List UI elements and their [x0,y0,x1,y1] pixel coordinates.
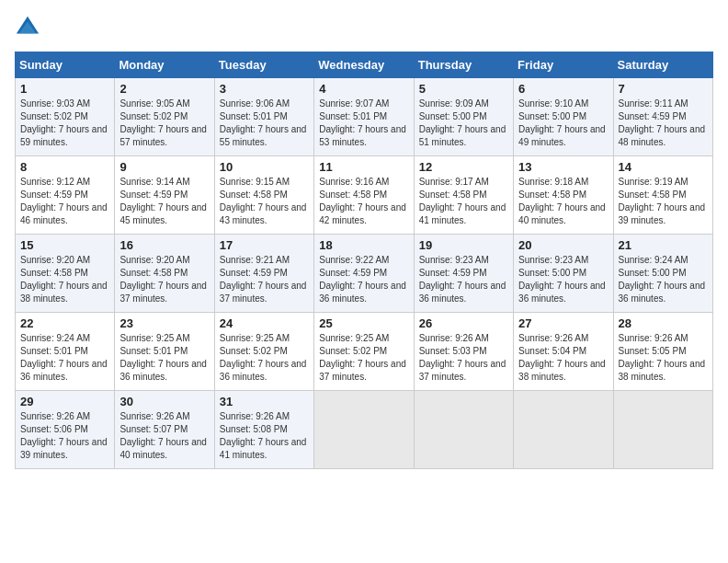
calendar-cell: 20 Sunrise: 9:23 AMSunset: 5:00 PMDaylig… [514,235,613,313]
day-number: 4 [319,82,408,96]
day-number: 11 [319,160,408,174]
day-number: 10 [220,160,309,174]
calendar-cell: 19 Sunrise: 9:23 AMSunset: 4:59 PMDaylig… [414,235,513,313]
calendar-cell: 10 Sunrise: 9:15 AMSunset: 4:58 PMDaylig… [214,156,313,235]
day-number: 22 [20,316,109,330]
header-saturday: Saturday [613,52,712,78]
day-number: 31 [220,395,309,408]
calendar-header-row: SundayMondayTuesdayWednesdayThursdayFrid… [16,52,713,78]
cell-details: Sunrise: 9:26 AMSunset: 5:08 PMDaylight:… [220,411,307,460]
calendar-week-2: 8 Sunrise: 9:12 AMSunset: 4:59 PMDayligh… [16,156,713,235]
calendar-cell: 14 Sunrise: 9:19 AMSunset: 4:58 PMDaylig… [613,156,712,235]
calendar-cell: 30 Sunrise: 9:26 AMSunset: 5:07 PMDaylig… [115,391,214,469]
calendar-cell: 31 Sunrise: 9:26 AMSunset: 5:08 PMDaylig… [214,391,313,469]
day-number: 26 [419,316,508,330]
cell-details: Sunrise: 9:25 AMSunset: 5:01 PMDaylight:… [119,333,207,382]
logo-icon [15,15,40,40]
cell-details: Sunrise: 9:23 AMSunset: 4:59 PMDaylight:… [419,255,506,304]
page-header [15,15,713,40]
cell-details: Sunrise: 9:20 AMSunset: 4:58 PMDaylight:… [20,255,108,304]
calendar-cell: 24 Sunrise: 9:25 AMSunset: 5:02 PMDaylig… [214,313,313,391]
calendar-cell: 5 Sunrise: 9:09 AMSunset: 5:00 PMDayligh… [414,78,513,156]
cell-details: Sunrise: 9:23 AMSunset: 5:00 PMDaylight:… [518,255,606,304]
calendar-cell: 26 Sunrise: 9:26 AMSunset: 5:03 PMDaylig… [414,313,513,391]
cell-details: Sunrise: 9:11 AMSunset: 4:59 PMDaylight:… [619,98,706,147]
calendar-cell: 29 Sunrise: 9:26 AMSunset: 5:06 PMDaylig… [16,391,115,469]
cell-details: Sunrise: 9:24 AMSunset: 5:00 PMDaylight:… [619,255,706,304]
day-number: 25 [319,316,408,330]
calendar-cell: 22 Sunrise: 9:24 AMSunset: 5:01 PMDaylig… [16,313,115,391]
cell-details: Sunrise: 9:25 AMSunset: 5:02 PMDaylight:… [220,333,307,382]
cell-details: Sunrise: 9:26 AMSunset: 5:05 PMDaylight:… [619,333,706,382]
cell-details: Sunrise: 9:16 AMSunset: 4:58 PMDaylight:… [319,177,406,225]
calendar-cell: 3 Sunrise: 9:06 AMSunset: 5:01 PMDayligh… [214,78,313,156]
calendar-cell: 12 Sunrise: 9:17 AMSunset: 4:58 PMDaylig… [414,156,513,235]
calendar-cell: 1 Sunrise: 9:03 AMSunset: 5:02 PMDayligh… [16,78,115,156]
header-monday: Monday [115,52,214,78]
header-tuesday: Tuesday [214,52,313,78]
cell-details: Sunrise: 9:22 AMSunset: 4:59 PMDaylight:… [319,255,406,304]
header-wednesday: Wednesday [314,52,414,78]
calendar-week-4: 22 Sunrise: 9:24 AMSunset: 5:01 PMDaylig… [16,313,713,391]
calendar-cell: 18 Sunrise: 9:22 AMSunset: 4:59 PMDaylig… [314,235,414,313]
calendar-cell: 17 Sunrise: 9:21 AMSunset: 4:59 PMDaylig… [214,235,313,313]
calendar-week-3: 15 Sunrise: 9:20 AMSunset: 4:58 PMDaylig… [16,235,713,313]
cell-details: Sunrise: 9:24 AMSunset: 5:01 PMDaylight:… [20,333,108,382]
day-number: 18 [319,238,408,252]
calendar-cell: 23 Sunrise: 9:25 AMSunset: 5:01 PMDaylig… [115,313,214,391]
calendar-cell: 6 Sunrise: 9:10 AMSunset: 5:00 PMDayligh… [514,78,613,156]
cell-details: Sunrise: 9:06 AMSunset: 5:01 PMDaylight:… [220,98,307,147]
calendar-week-5: 29 Sunrise: 9:26 AMSunset: 5:06 PMDaylig… [16,391,713,469]
day-number: 27 [518,316,608,330]
calendar-cell: 11 Sunrise: 9:16 AMSunset: 4:58 PMDaylig… [314,156,414,235]
cell-details: Sunrise: 9:14 AMSunset: 4:59 PMDaylight:… [119,177,207,225]
day-number: 8 [20,160,109,174]
calendar-cell: 9 Sunrise: 9:14 AMSunset: 4:59 PMDayligh… [115,156,214,235]
calendar-body: 1 Sunrise: 9:03 AMSunset: 5:02 PMDayligh… [16,78,713,469]
cell-details: Sunrise: 9:26 AMSunset: 5:06 PMDaylight:… [20,411,108,460]
cell-details: Sunrise: 9:05 AMSunset: 5:02 PMDaylight:… [119,98,207,147]
cell-details: Sunrise: 9:21 AMSunset: 4:59 PMDaylight:… [220,255,307,304]
cell-details: Sunrise: 9:26 AMSunset: 5:07 PMDaylight:… [119,411,207,460]
calendar-cell: 7 Sunrise: 9:11 AMSunset: 4:59 PMDayligh… [613,78,712,156]
day-number: 13 [518,160,608,174]
day-number: 15 [20,238,109,252]
cell-details: Sunrise: 9:19 AMSunset: 4:58 PMDaylight:… [619,177,706,225]
calendar-cell: 27 Sunrise: 9:26 AMSunset: 5:04 PMDaylig… [514,313,613,391]
day-number: 17 [220,238,309,252]
day-number: 3 [220,82,309,96]
calendar-cell [514,391,613,469]
cell-details: Sunrise: 9:03 AMSunset: 5:02 PMDaylight:… [20,98,108,147]
cell-details: Sunrise: 9:25 AMSunset: 5:02 PMDaylight:… [319,333,406,382]
day-number: 24 [220,316,309,330]
day-number: 21 [619,238,708,252]
day-number: 2 [119,82,209,96]
cell-details: Sunrise: 9:09 AMSunset: 5:00 PMDaylight:… [419,98,506,147]
header-friday: Friday [514,52,613,78]
calendar-cell: 21 Sunrise: 9:24 AMSunset: 5:00 PMDaylig… [613,235,712,313]
day-number: 19 [419,238,508,252]
day-number: 23 [119,316,209,330]
calendar-cell [414,391,513,469]
calendar-cell [613,391,712,469]
day-number: 29 [20,395,109,408]
day-number: 1 [20,82,109,96]
day-number: 12 [419,160,508,174]
day-number: 5 [419,82,508,96]
calendar-table: SundayMondayTuesdayWednesdayThursdayFrid… [15,52,713,469]
logo [15,15,44,40]
cell-details: Sunrise: 9:07 AMSunset: 5:01 PMDaylight:… [319,98,406,147]
calendar-cell: 13 Sunrise: 9:18 AMSunset: 4:58 PMDaylig… [514,156,613,235]
day-number: 7 [619,82,708,96]
calendar-cell: 2 Sunrise: 9:05 AMSunset: 5:02 PMDayligh… [115,78,214,156]
day-number: 20 [518,238,608,252]
calendar-cell: 16 Sunrise: 9:20 AMSunset: 4:58 PMDaylig… [115,235,214,313]
cell-details: Sunrise: 9:18 AMSunset: 4:58 PMDaylight:… [518,177,606,225]
header-sunday: Sunday [16,52,115,78]
header-thursday: Thursday [414,52,513,78]
calendar-cell: 8 Sunrise: 9:12 AMSunset: 4:59 PMDayligh… [16,156,115,235]
calendar-week-1: 1 Sunrise: 9:03 AMSunset: 5:02 PMDayligh… [16,78,713,156]
cell-details: Sunrise: 9:15 AMSunset: 4:58 PMDaylight:… [220,177,307,225]
day-number: 28 [619,316,708,330]
cell-details: Sunrise: 9:26 AMSunset: 5:04 PMDaylight:… [518,333,606,382]
